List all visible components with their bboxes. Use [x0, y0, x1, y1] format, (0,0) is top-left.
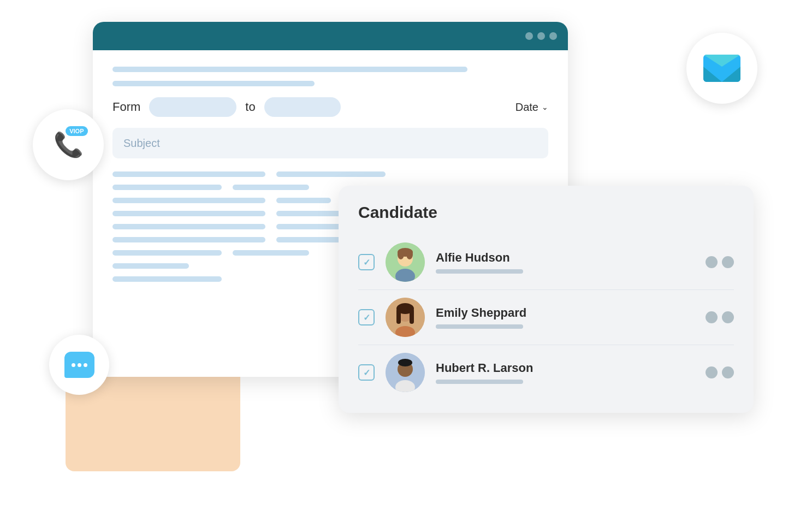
- date-label: Date: [515, 101, 538, 114]
- chevron-down-icon: ⌄: [542, 103, 548, 111]
- content-line: [112, 276, 222, 282]
- header-dot-3: [549, 32, 557, 40]
- form-to-pill[interactable]: [264, 97, 341, 117]
- action-dot-2[interactable]: [722, 311, 734, 323]
- content-line: [112, 198, 265, 203]
- checkmark-icon: ✓: [363, 312, 370, 323]
- content-line: [112, 224, 265, 229]
- subject-placeholder: Subject: [123, 137, 160, 150]
- content-line: [112, 185, 222, 190]
- action-dot-2[interactable]: [722, 366, 734, 378]
- form-field-label: Form: [112, 100, 140, 114]
- content-line: [276, 171, 386, 177]
- header-dot-2: [537, 32, 545, 40]
- svg-point-5: [406, 250, 413, 259]
- header-dot-1: [525, 32, 533, 40]
- content-line: [112, 263, 189, 269]
- chat-icon: [64, 352, 94, 378]
- chat-dot-1: [72, 363, 75, 367]
- form-from-pill[interactable]: [149, 97, 236, 117]
- envelope-icon: [703, 55, 740, 82]
- envelope-flap-left-icon: [703, 67, 722, 82]
- svg-rect-11: [410, 309, 414, 324]
- candidate-checkbox-3[interactable]: ✓: [358, 364, 375, 381]
- candidate-1-info: Alfie Hudson: [436, 251, 695, 274]
- candidate-card: Candidate ✓: [339, 186, 754, 413]
- candidate-1-name: Alfie Hudson: [436, 251, 695, 265]
- date-dropdown-button[interactable]: Date ⌄: [515, 101, 548, 114]
- card-header: [93, 22, 568, 50]
- candidate-item: ✓ Emily Sheppard: [358, 290, 734, 345]
- content-line: [112, 237, 265, 242]
- avatar-alfie: [386, 242, 425, 282]
- candidate-3-info: Hubert R. Larson: [436, 361, 695, 384]
- content-line: [233, 250, 309, 256]
- phone-icon-wrapper: 📞 VIOP: [54, 131, 84, 159]
- checkmark-icon: ✓: [363, 257, 370, 268]
- candidate-checkbox-2[interactable]: ✓: [358, 309, 375, 325]
- action-dot-1[interactable]: [706, 366, 718, 378]
- voip-badge: VIOP: [66, 126, 87, 136]
- envelope-flap-right-icon: [722, 67, 740, 82]
- svg-rect-10: [396, 309, 401, 324]
- candidate-3-actions: [706, 366, 734, 378]
- candidate-checkbox-1[interactable]: ✓: [358, 254, 375, 270]
- content-line: [276, 198, 331, 203]
- content-line: [112, 211, 265, 216]
- scene: Form to Date ⌄ Subject: [0, 0, 812, 515]
- top-bar-short-line: [112, 81, 315, 86]
- candidate-2-subline: [436, 324, 523, 329]
- svg-point-15: [398, 359, 412, 366]
- action-dot-2[interactable]: [722, 256, 734, 268]
- candidate-3-name: Hubert R. Larson: [436, 361, 695, 375]
- chat-dot-2: [78, 363, 81, 367]
- phone-circle-icon[interactable]: 📞 VIOP: [33, 109, 104, 180]
- candidate-2-actions: [706, 311, 734, 323]
- candidate-1-actions: [706, 256, 734, 268]
- content-line-row: [112, 171, 548, 177]
- email-circle-icon[interactable]: [686, 33, 757, 104]
- candidate-2-info: Emily Sheppard: [436, 306, 695, 329]
- checkmark-icon: ✓: [363, 368, 370, 378]
- candidate-title: Candidate: [358, 203, 734, 222]
- subject-field[interactable]: Subject: [112, 128, 548, 158]
- content-line: [112, 171, 265, 177]
- top-bar-line: [112, 67, 467, 72]
- form-to-label: to: [245, 100, 255, 114]
- envelope-flap-icon: [703, 55, 740, 67]
- candidate-3-subline: [436, 380, 523, 384]
- content-line: [233, 185, 309, 190]
- avatar-hubert: [386, 353, 425, 392]
- action-dot-1[interactable]: [706, 311, 718, 323]
- form-filter-row: Form to Date ⌄: [112, 97, 548, 117]
- svg-point-4: [398, 250, 404, 259]
- action-dot-1[interactable]: [706, 256, 718, 268]
- candidate-item: ✓ Hubert R. Larson: [358, 345, 734, 400]
- chat-dot-3: [84, 363, 87, 367]
- chat-circle-icon[interactable]: [49, 335, 109, 395]
- content-line: [112, 250, 222, 256]
- candidate-1-subline: [436, 269, 523, 274]
- avatar-emily: [386, 298, 425, 337]
- candidate-2-name: Emily Sheppard: [436, 306, 695, 320]
- candidate-item: ✓ Alfie Hudson: [358, 235, 734, 290]
